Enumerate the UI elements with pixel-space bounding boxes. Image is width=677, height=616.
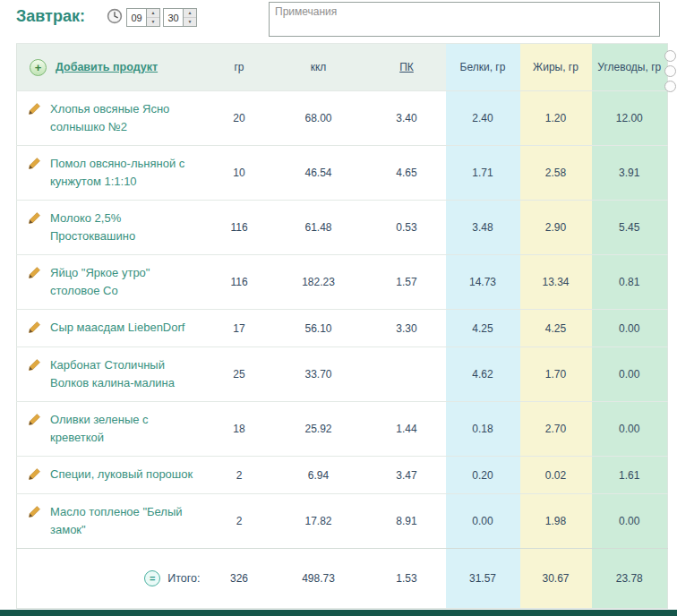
column-header-grams: гр xyxy=(210,44,270,91)
edit-pencil-icon[interactable] xyxy=(28,467,41,484)
carbs-cell: 5.45 xyxy=(592,201,668,255)
product-name-link[interactable]: Карбонат Столичный Волков калина-малина xyxy=(50,356,193,392)
pk-cell: 0.53 xyxy=(368,201,446,255)
minutes-up-button[interactable]: ▲ xyxy=(184,9,196,17)
product-name-link[interactable]: Специи, луковый порошок xyxy=(50,466,193,483)
carbs-cell: 0.81 xyxy=(592,255,668,310)
fat-cell: 4.25 xyxy=(520,310,592,347)
product-row: Помол овсяно-льняной с кунжутом 1:1:1010… xyxy=(17,146,668,201)
kcal-cell: 61.48 xyxy=(270,201,368,255)
carbs-cell: 0.00 xyxy=(592,402,668,457)
pk-cell: 3.30 xyxy=(368,310,446,347)
grams-cell: 17 xyxy=(210,310,270,347)
kcal-cell: 68.00 xyxy=(270,91,368,146)
product-row: Хлопья овсяные Ясно солнышко №22068.003.… xyxy=(17,91,668,146)
fat-cell: 1.20 xyxy=(520,91,592,146)
pk-cell: 3.47 xyxy=(368,457,446,494)
carbs-cell: 0.00 xyxy=(592,347,668,402)
pk-cell: 4.65 xyxy=(368,146,446,201)
total-kcal: 498.73 xyxy=(270,549,368,609)
side-widget xyxy=(664,50,676,92)
edit-pencil-icon[interactable] xyxy=(28,157,41,174)
product-row: Специи, луковый порошок26.943.470.200.02… xyxy=(17,457,668,494)
minutes-down-button[interactable]: ▼ xyxy=(184,17,196,26)
column-header-pk[interactable]: ПК xyxy=(368,44,446,91)
protein-cell: 4.25 xyxy=(446,310,520,347)
protein-cell: 2.40 xyxy=(446,91,520,146)
product-name-link[interactable]: Масло топленое "Белый замок" xyxy=(50,503,193,539)
total-equals-icon: = xyxy=(144,570,160,586)
carbs-cell: 3.91 xyxy=(592,146,668,201)
edit-pencil-icon[interactable] xyxy=(28,413,41,430)
table-header-row: + Добавить продукт гр ккл ПК Белки, гр Ж… xyxy=(17,44,668,91)
kcal-cell: 25.92 xyxy=(270,402,368,457)
product-name-link[interactable]: Помол овсяно-льняной с кунжутом 1:1:10 xyxy=(50,155,193,191)
kcal-cell: 56.10 xyxy=(270,310,368,347)
fat-cell: 2.70 xyxy=(520,402,592,457)
product-row: Масло топленое "Белый замок"217.828.910.… xyxy=(17,494,668,549)
grams-cell: 18 xyxy=(210,402,270,457)
edit-pencil-icon[interactable] xyxy=(28,211,41,228)
product-row: Оливки зеленые с креветкой1825.921.440.1… xyxy=(17,402,668,457)
hours-spinner: ▲ ▼ xyxy=(126,8,160,27)
total-carbs: 23.78 xyxy=(592,549,668,609)
add-product-icon[interactable]: + xyxy=(30,59,47,76)
minutes-spinner: ▲ ▼ xyxy=(163,8,197,27)
grams-cell: 2 xyxy=(210,494,270,549)
minutes-input[interactable] xyxy=(164,9,183,26)
protein-cell: 1.71 xyxy=(446,146,520,201)
product-name-link[interactable]: Хлопья овсяные Ясно солнышко №2 xyxy=(50,100,193,136)
fat-cell: 2.90 xyxy=(520,201,592,255)
side-dot-button-2[interactable] xyxy=(664,65,676,77)
edit-pencil-icon[interactable] xyxy=(28,505,41,522)
protein-cell: 14.73 xyxy=(446,255,520,310)
kcal-cell: 6.94 xyxy=(270,457,368,494)
grams-cell: 2 xyxy=(210,457,270,494)
clock-icon xyxy=(107,8,123,28)
product-row: Сыр маасдам LiebenDorf1756.103.304.254.2… xyxy=(17,310,668,347)
table-body: Хлопья овсяные Ясно солнышко №22068.003.… xyxy=(17,91,668,549)
edit-pencil-icon[interactable] xyxy=(28,358,41,375)
hours-input[interactable] xyxy=(127,9,146,26)
side-dot-button-3[interactable] xyxy=(664,81,676,92)
protein-cell: 4.62 xyxy=(446,347,520,402)
edit-pencil-icon[interactable] xyxy=(28,102,41,119)
product-name-link[interactable]: Яйцо "Яркое утро" столовое Со xyxy=(50,264,193,300)
protein-cell: 0.00 xyxy=(446,494,520,549)
product-row: Карбонат Столичный Волков калина-малина2… xyxy=(17,347,668,402)
meal-products-table: + Добавить продукт гр ккл ПК Белки, гр Ж… xyxy=(16,43,668,609)
grams-cell: 20 xyxy=(210,91,270,146)
product-row: Молоко 2,5% Простоквашино11661.480.533.4… xyxy=(17,201,668,255)
total-pk: 1.53 xyxy=(368,549,446,609)
hours-up-button[interactable]: ▲ xyxy=(147,9,159,17)
column-header-kcal: ккл xyxy=(270,44,368,91)
pk-cell: 1.44 xyxy=(368,402,446,457)
fat-cell: 2.58 xyxy=(520,146,592,201)
total-label: Итого: xyxy=(167,572,200,585)
product-name-link[interactable]: Сыр маасдам LiebenDorf xyxy=(50,319,184,337)
pk-cell: 3.40 xyxy=(368,91,446,146)
product-name-link[interactable]: Оливки зеленые с креветкой xyxy=(50,411,193,447)
carbs-cell: 0.00 xyxy=(592,494,668,549)
add-product-link[interactable]: Добавить продукт xyxy=(56,61,158,73)
fat-cell: 0.02 xyxy=(520,457,592,494)
product-row: Яйцо "Яркое утро" столовое Со116182.231.… xyxy=(17,255,668,310)
grams-cell: 116 xyxy=(210,255,270,310)
edit-pencil-icon[interactable] xyxy=(28,321,41,338)
kcal-cell: 17.82 xyxy=(270,494,368,549)
grams-cell: 25 xyxy=(210,347,270,402)
grams-cell: 116 xyxy=(210,201,270,255)
notes-input[interactable] xyxy=(269,2,660,37)
carbs-cell: 0.00 xyxy=(592,310,668,347)
kcal-cell: 33.70 xyxy=(270,347,368,402)
product-name-link[interactable]: Молоко 2,5% Простоквашино xyxy=(50,210,193,245)
hours-down-button[interactable]: ▼ xyxy=(147,17,159,26)
carbs-cell: 1.61 xyxy=(592,457,668,494)
edit-pencil-icon[interactable] xyxy=(28,266,41,283)
fat-cell: 1.98 xyxy=(520,494,592,549)
pk-cell: 8.91 xyxy=(368,494,446,549)
side-dot-button-1[interactable] xyxy=(664,50,676,62)
meal-title: Завтрак: xyxy=(16,7,85,26)
fat-cell: 1.70 xyxy=(520,347,592,402)
protein-cell: 3.48 xyxy=(446,201,520,255)
